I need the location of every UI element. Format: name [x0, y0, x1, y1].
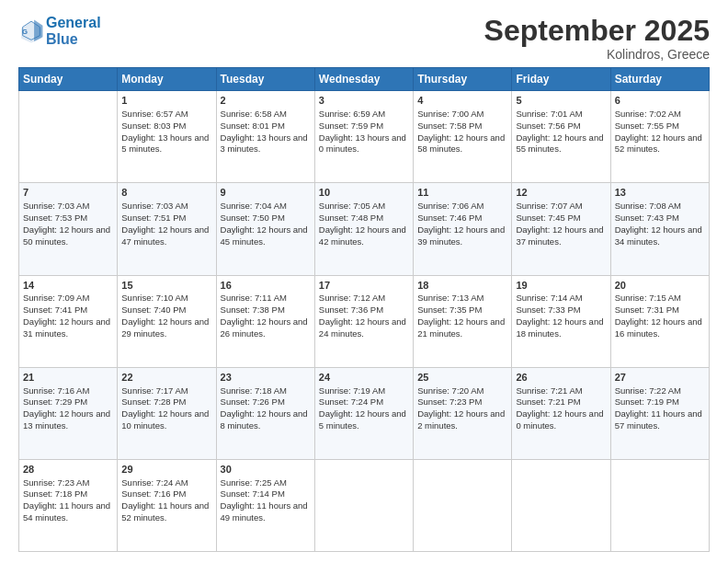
table-row: 3Sunrise: 6:59 AMSunset: 7:59 PMDaylight…	[314, 91, 413, 183]
logo-text-block: General Blue	[46, 15, 101, 47]
sunrise-text: Sunrise: 6:59 AM	[319, 109, 385, 119]
table-row: 11Sunrise: 7:06 AMSunset: 7:46 PMDayligh…	[414, 183, 512, 275]
sunrise-text: Sunrise: 6:58 AM	[221, 109, 287, 119]
sunrise-text: Sunrise: 7:04 AM	[221, 201, 287, 211]
daylight-text: Daylight: 12 hours and 2 minutes.	[417, 408, 505, 431]
page: G General Blue September 2025 Kolindros,…	[0, 0, 728, 563]
logo-blue: Blue	[46, 31, 101, 48]
sunset-text: Sunset: 7:58 PM	[417, 121, 482, 131]
day-number: 21	[23, 371, 113, 385]
sunrise-text: Sunrise: 7:09 AM	[23, 293, 89, 303]
sunrise-text: Sunrise: 7:10 AM	[121, 293, 188, 303]
sunset-text: Sunset: 7:38 PM	[221, 304, 285, 315]
sunrise-text: Sunrise: 7:01 AM	[516, 109, 582, 119]
daylight-text: Daylight: 12 hours and 39 minutes.	[417, 224, 505, 247]
day-number: 16	[221, 279, 311, 293]
day-number: 22	[121, 371, 211, 385]
table-row: 12Sunrise: 7:07 AMSunset: 7:45 PMDayligh…	[512, 183, 610, 275]
day-number: 11	[417, 186, 507, 200]
daylight-text: Daylight: 12 hours and 31 minutes.	[23, 316, 110, 339]
logo-general: General	[46, 15, 101, 30]
sunrise-text: Sunrise: 7:17 AM	[121, 385, 188, 396]
col-wednesday: Wednesday	[314, 68, 413, 91]
sunset-text: Sunset: 7:56 PM	[516, 121, 580, 131]
day-number: 12	[516, 186, 606, 200]
calendar-week-row: 28Sunrise: 7:23 AMSunset: 7:18 PMDayligh…	[19, 459, 710, 551]
daylight-text: Daylight: 12 hours and 8 minutes.	[221, 408, 308, 431]
sunset-text: Sunset: 7:19 PM	[615, 396, 679, 407]
sunrise-text: Sunrise: 7:00 AM	[417, 109, 483, 119]
table-row	[512, 459, 610, 551]
day-number: 5	[516, 94, 606, 108]
day-number: 14	[23, 279, 113, 293]
sunrise-text: Sunrise: 7:22 AM	[615, 385, 681, 396]
sunrise-text: Sunrise: 7:06 AM	[417, 201, 483, 211]
table-row: 8Sunrise: 7:03 AMSunset: 7:51 PMDaylight…	[118, 183, 216, 275]
daylight-text: Daylight: 12 hours and 34 minutes.	[615, 224, 702, 247]
table-row: 21Sunrise: 7:16 AMSunset: 7:29 PMDayligh…	[19, 367, 118, 459]
day-number: 30	[221, 463, 311, 477]
daylight-text: Daylight: 12 hours and 10 minutes.	[121, 408, 209, 431]
table-row: 9Sunrise: 7:04 AMSunset: 7:50 PMDaylight…	[216, 183, 314, 275]
table-row: 28Sunrise: 7:23 AMSunset: 7:18 PMDayligh…	[19, 459, 118, 551]
table-row	[610, 459, 709, 551]
sunrise-text: Sunrise: 7:03 AM	[23, 201, 89, 211]
daylight-text: Daylight: 12 hours and 52 minutes.	[615, 132, 702, 155]
sunrise-text: Sunrise: 7:18 AM	[221, 385, 287, 396]
logo: G General Blue	[18, 15, 101, 47]
daylight-text: Daylight: 13 hours and 5 minutes.	[121, 132, 209, 155]
daylight-text: Daylight: 11 hours and 49 minutes.	[221, 500, 308, 523]
sunrise-text: Sunrise: 7:20 AM	[417, 385, 483, 396]
col-monday: Monday	[118, 68, 216, 91]
day-number: 3	[319, 94, 409, 108]
table-row: 10Sunrise: 7:05 AMSunset: 7:48 PMDayligh…	[314, 183, 413, 275]
daylight-text: Daylight: 12 hours and 24 minutes.	[319, 316, 406, 339]
daylight-text: Daylight: 12 hours and 29 minutes.	[121, 316, 209, 339]
col-sunday: Sunday	[19, 68, 118, 91]
table-row: 18Sunrise: 7:13 AMSunset: 7:35 PMDayligh…	[414, 275, 512, 367]
calendar-week-row: 1Sunrise: 6:57 AMSunset: 8:03 PMDaylight…	[19, 91, 710, 183]
sunrise-text: Sunrise: 7:16 AM	[23, 385, 89, 396]
sunrise-text: Sunrise: 7:23 AM	[23, 477, 89, 488]
table-row: 6Sunrise: 7:02 AMSunset: 7:55 PMDaylight…	[610, 91, 709, 183]
sunset-text: Sunset: 7:29 PM	[23, 396, 87, 407]
sunset-text: Sunset: 7:45 PM	[516, 213, 580, 223]
daylight-text: Daylight: 12 hours and 5 minutes.	[319, 408, 406, 431]
sunrise-text: Sunrise: 7:25 AM	[221, 477, 287, 488]
sunset-text: Sunset: 7:28 PM	[121, 396, 186, 407]
sunrise-text: Sunrise: 7:07 AM	[516, 201, 582, 211]
daylight-text: Daylight: 11 hours and 57 minutes.	[615, 408, 702, 431]
day-number: 28	[23, 463, 113, 477]
sunset-text: Sunset: 7:48 PM	[319, 213, 383, 223]
table-row: 25Sunrise: 7:20 AMSunset: 7:23 PMDayligh…	[414, 367, 512, 459]
table-row: 14Sunrise: 7:09 AMSunset: 7:41 PMDayligh…	[19, 275, 118, 367]
sunrise-text: Sunrise: 7:14 AM	[516, 293, 582, 303]
calendar-week-row: 14Sunrise: 7:09 AMSunset: 7:41 PMDayligh…	[19, 275, 710, 367]
daylight-text: Daylight: 12 hours and 26 minutes.	[221, 316, 308, 339]
table-row: 29Sunrise: 7:24 AMSunset: 7:16 PMDayligh…	[118, 459, 216, 551]
sunrise-text: Sunrise: 7:03 AM	[121, 201, 188, 211]
sunrise-text: Sunrise: 6:57 AM	[121, 109, 188, 119]
table-row: 27Sunrise: 7:22 AMSunset: 7:19 PMDayligh…	[610, 367, 709, 459]
day-number: 9	[221, 186, 311, 200]
table-row: 5Sunrise: 7:01 AMSunset: 7:56 PMDaylight…	[512, 91, 610, 183]
table-row: 13Sunrise: 7:08 AMSunset: 7:43 PMDayligh…	[610, 183, 709, 275]
day-number: 2	[221, 94, 311, 108]
col-friday: Friday	[512, 68, 610, 91]
calendar-week-row: 7Sunrise: 7:03 AMSunset: 7:53 PMDaylight…	[19, 183, 710, 275]
day-number: 15	[121, 279, 211, 293]
calendar-header-row: Sunday Monday Tuesday Wednesday Thursday…	[19, 68, 710, 91]
table-row: 30Sunrise: 7:25 AMSunset: 7:14 PMDayligh…	[216, 459, 314, 551]
sunset-text: Sunset: 7:18 PM	[23, 488, 87, 499]
daylight-text: Daylight: 12 hours and 13 minutes.	[23, 408, 110, 431]
day-number: 13	[615, 186, 705, 200]
logo-icon: G	[18, 18, 44, 44]
day-number: 25	[417, 371, 507, 385]
sunset-text: Sunset: 7:43 PM	[615, 213, 679, 223]
col-thursday: Thursday	[414, 68, 512, 91]
subtitle: Kolindros, Greece	[484, 47, 710, 62]
table-row: 15Sunrise: 7:10 AMSunset: 7:40 PMDayligh…	[118, 275, 216, 367]
table-row: 4Sunrise: 7:00 AMSunset: 7:58 PMDaylight…	[414, 91, 512, 183]
day-number: 19	[516, 279, 606, 293]
col-tuesday: Tuesday	[216, 68, 314, 91]
